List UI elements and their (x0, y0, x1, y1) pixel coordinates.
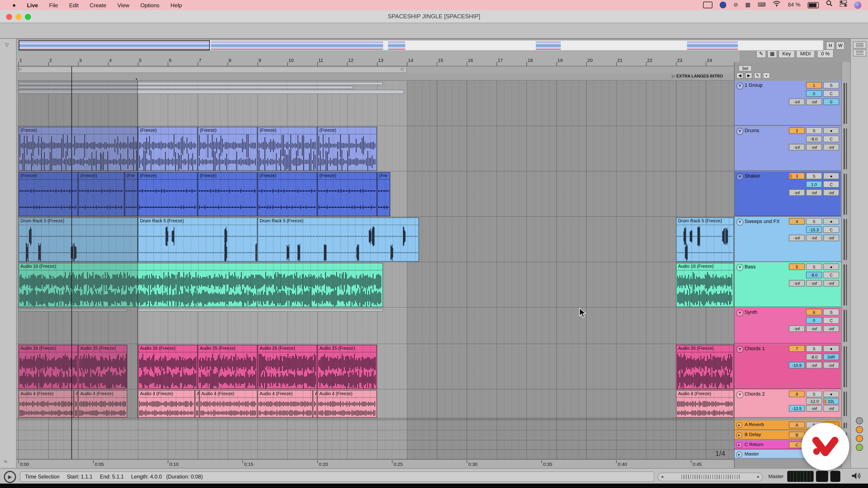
track-fold-button[interactable]: ▼ (736, 128, 743, 135)
track-number-cell[interactable]: 8 (789, 391, 805, 397)
track-header-shaker[interactable]: ▼Shaker3S●1.0C-inf-inf-inf (735, 171, 841, 216)
next-locator-button[interactable]: ▶ (745, 72, 752, 78)
audio-clip[interactable]: Audio 4 (Freeze) (257, 390, 313, 418)
mixer-value-cell[interactable]: -inf (789, 98, 805, 105)
mixer-value-cell[interactable]: -inf (806, 234, 822, 241)
arrangement-overview-toggle-icon[interactable]: ▽ (5, 42, 9, 47)
mixer-value-cell[interactable]: -inf (789, 144, 805, 151)
mixer-value-cell[interactable]: -12.0 (806, 398, 822, 404)
solo-button[interactable]: S (823, 309, 839, 315)
track-header-chords-2[interactable]: ▼Chords 28S●-12.032L-12.5-inf-inf (735, 390, 841, 418)
set-locator-button[interactable]: Set (739, 65, 752, 71)
arm-button[interactable]: ● (823, 218, 839, 225)
track-number-cell[interactable]: 2 (789, 127, 805, 134)
overview-viewport[interactable] (19, 40, 210, 51)
audio-clip[interactable]: Audio 26 (Freeze) (257, 345, 317, 389)
locator-marker[interactable]: ▷ EXTRA LANGES INTRO (672, 74, 734, 78)
track-name[interactable]: Bass (745, 264, 756, 269)
loop-end-handle[interactable]: ◁ (400, 67, 403, 71)
zoom-width-button[interactable]: W (836, 41, 845, 50)
track-fold-button[interactable]: ▶ (736, 422, 742, 428)
mixer-value-cell[interactable]: C (823, 271, 839, 278)
arm-button[interactable]: ● (823, 173, 839, 179)
mixer-value-cell[interactable]: -inf (789, 234, 805, 241)
mixer-value-cell[interactable]: -inf (789, 280, 805, 287)
audio-clip[interactable]: Audio 26 (Freeze) (676, 345, 734, 389)
mixer-value-cell[interactable]: -inf (823, 234, 839, 241)
io-section-toggle[interactable] (853, 49, 866, 57)
mixer-value-cell[interactable]: -inf (823, 325, 839, 332)
track-name[interactable]: Chords 1 (745, 346, 765, 351)
arm-button[interactable]: ● (823, 127, 839, 134)
track-fold-button[interactable]: ▶ (736, 451, 742, 457)
audio-clip[interactable]: Audio 4 (Freeze) (138, 390, 195, 418)
track-number-cell[interactable]: 5 (789, 263, 805, 270)
solo-button[interactable]: S (806, 391, 822, 397)
panel-indicator-dot[interactable] (856, 435, 863, 442)
mixer-value-cell[interactable]: 32L (823, 398, 839, 404)
draw-icon[interactable]: ✎ (754, 72, 761, 78)
loop-start-handle[interactable]: ▷ (19, 67, 22, 71)
audio-clip[interactable]: A (195, 390, 199, 418)
mixer-value-cell[interactable]: 0 (806, 90, 822, 97)
track-number-cell[interactable]: 1 (806, 82, 822, 88)
track-number-cell[interactable]: 6 (806, 309, 822, 315)
solo-button[interactable]: S (806, 127, 822, 134)
audio-clip[interactable]: Drum Rack 5 (Freeze) (257, 217, 419, 262)
audio-clip[interactable]: Audio 4 (Freeze) (676, 390, 734, 418)
mixer-value-cell[interactable]: -inf (823, 189, 839, 196)
track-fold-button[interactable]: ▼ (736, 219, 743, 226)
track-name[interactable]: A Reverb (745, 422, 764, 427)
mixer-value-cell[interactable]: -inf (806, 405, 822, 412)
audio-clip[interactable]: A (313, 390, 317, 418)
audio-clip[interactable]: Drum Rack 5 (Freeze) (138, 217, 257, 262)
track-header-synth[interactable]: ▼Synth6S0C-inf-inf-inf (735, 308, 841, 344)
mixer-value-cell[interactable]: C (823, 226, 839, 233)
mixer-value-cell[interactable]: -inf (806, 280, 822, 287)
audio-clip[interactable]: (Freeze) (197, 127, 257, 171)
solo-button[interactable]: S (823, 82, 839, 88)
arm-button[interactable]: ● (823, 263, 839, 270)
audio-clip[interactable]: Audio 25 (Freeze) (317, 345, 377, 389)
mixer-value-cell[interactable]: C (823, 317, 839, 324)
audio-clip[interactable]: Audio 4 (Freeze) (317, 390, 377, 418)
speaker-icon[interactable] (851, 471, 862, 483)
audio-clip[interactable]: Drum Rack 5 (Freeze) (676, 217, 734, 262)
panel-indicator-dot[interactable] (856, 444, 863, 451)
mixer-value-cell[interactable]: -12.5 (789, 405, 805, 412)
track-number-cell[interactable]: 7 (789, 345, 805, 352)
mixer-value-cell[interactable]: -inf (823, 144, 839, 151)
prev-locator-button[interactable]: ◀ (736, 72, 743, 78)
mixer-section-toggle[interactable] (853, 41, 866, 49)
audio-clip[interactable]: (Fre (377, 172, 391, 217)
audio-clip[interactable]: Audio 26 (Freeze) (138, 345, 197, 389)
arrangement-overview[interactable] (18, 40, 824, 51)
wave-zoom-icon[interactable]: ≈ (4, 458, 7, 465)
mixer-value-cell[interactable]: C (823, 135, 839, 142)
track-name[interactable]: Sweeps und FX (745, 219, 780, 224)
mixer-value-cell[interactable]: -8.0 (806, 271, 822, 278)
mixer-value-cell[interactable]: 0 (806, 317, 822, 324)
arm-button[interactable]: ● (823, 391, 839, 397)
mixer-value-cell[interactable]: -inf (823, 280, 839, 287)
mixer-value-cell[interactable]: -inf (823, 405, 839, 412)
mixer-value-cell[interactable]: -inf (806, 98, 822, 105)
solo-button[interactable]: S (806, 345, 822, 352)
time-ruler[interactable]: 0:000:050:100:150:200:250:300:350:400:45 (17, 459, 734, 468)
mixer-value-cell[interactable]: -8.0 (806, 135, 822, 142)
panel-indicator-dot[interactable] (856, 417, 863, 424)
track-fold-button[interactable]: ▼ (736, 309, 743, 317)
audio-clip[interactable]: (Freeze) (317, 127, 377, 171)
panel-indicator-dot[interactable] (856, 426, 863, 433)
track-fold-button[interactable]: ▶ (736, 432, 742, 438)
track-header-chords-1[interactable]: ▼Chords 17S●-8.034R-15.8-inf-inf (735, 344, 841, 389)
audio-clip[interactable]: Audio 18 (Freeze) (676, 263, 734, 307)
mixer-value-cell[interactable]: 34R (823, 354, 839, 360)
track-header-bass[interactable]: ▼Bass5S●-8.0C-inf-inf-inf (735, 262, 841, 307)
locator-row[interactable] (17, 73, 734, 80)
track-name[interactable]: Master (745, 451, 759, 456)
preview-play-button[interactable]: ▶ (4, 471, 16, 483)
track-fold-button[interactable]: ▼ (736, 173, 743, 181)
track-fold-button[interactable]: ▼ (736, 391, 743, 398)
time-selection-overlay[interactable] (18, 81, 138, 418)
